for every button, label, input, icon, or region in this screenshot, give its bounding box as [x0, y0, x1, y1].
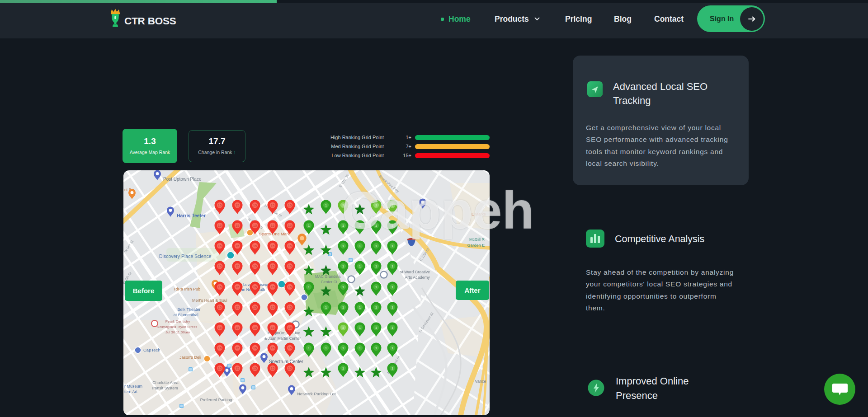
svg-text:Post Uptown Place: Post Uptown Place — [163, 177, 202, 182]
svg-text:st Ward Creative: st Ward Creative — [400, 270, 430, 274]
svg-text:Mert's Heart & Soul: Mert's Heart & Soul — [192, 298, 227, 303]
svg-text:Network Parking Lot: Network Parking Lot — [297, 391, 336, 396]
svg-text:Arts Academy: Arts Academy — [405, 275, 430, 280]
svg-text:r Museum: r Museum — [124, 384, 142, 389]
svg-text:Jason's Deli: Jason's Deli — [179, 355, 201, 360]
svg-text:Sports One Mark: Sports One Mark — [259, 232, 290, 236]
svg-text:tern Art: tern Art — [124, 389, 138, 394]
svg-text:MAC Grandsta: MAC Grandsta — [315, 274, 340, 279]
svg-text:RiRa Irish Pub: RiRa Irish Pub — [174, 287, 200, 291]
svg-text:Vance: Vance — [475, 379, 486, 384]
svg-text:Center Ct: Center Ct — [321, 280, 338, 284]
svg-text:Pearl. Dentistry: Pearl. Dentistry — [165, 319, 190, 323]
svg-text:CapTech: CapTech — [143, 347, 160, 352]
svg-text:Preferred Parking: Preferred Parking — [200, 398, 232, 402]
svg-text:& Joan Martin Center: & Joan Martin Center — [264, 336, 301, 341]
svg-text:Garden E: Garden E — [467, 243, 485, 248]
svg-text:Harris Teeter: Harris Teeter — [177, 213, 206, 218]
svg-text:Charlotte Area: Charlotte Area — [152, 380, 179, 385]
svg-text:Discovery Place Science: Discovery Place Science — [159, 253, 212, 259]
svg-text:Transit System: Transit System — [151, 386, 178, 390]
svg-text:Belk Theater: Belk Theater — [178, 307, 201, 312]
svg-text:Jul 30 11:00am: Jul 30 11:00am — [165, 330, 190, 334]
svg-text:Reimagined Tryon Street: Reimagined Tryon Street — [157, 325, 197, 329]
svg-text:at Blumenthal...: at Blumenthal... — [174, 313, 202, 317]
